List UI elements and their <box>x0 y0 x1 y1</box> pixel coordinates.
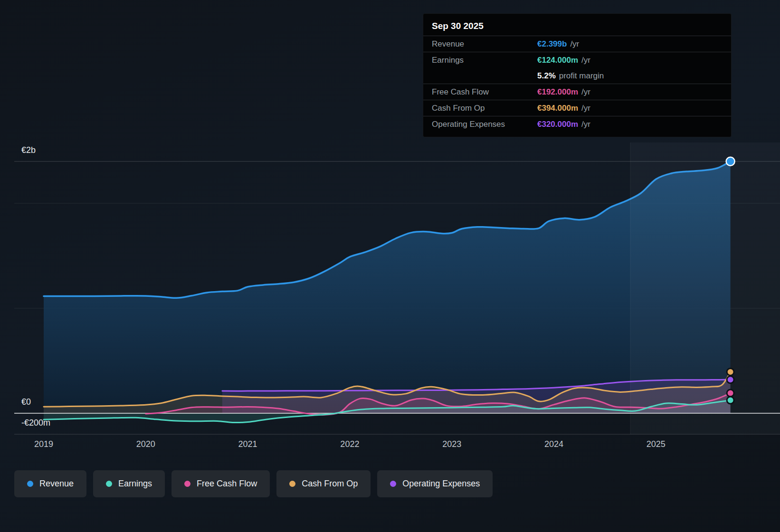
legend-label-operating-expenses: Operating Expenses <box>402 479 480 489</box>
tooltip-row-label: Revenue <box>432 39 537 49</box>
chart-tooltip: Sep 30 2025 Revenue€2.399b/yrEarnings€12… <box>423 13 732 137</box>
tooltip-row-value: €320.000m <box>537 120 578 129</box>
tooltip-row-label: Operating Expenses <box>432 120 537 129</box>
tooltip-row-value: €394.000m <box>537 104 578 113</box>
y-axis-label: €2b <box>21 145 36 155</box>
x-axis-label: 2024 <box>544 439 563 449</box>
x-axis-label: 2022 <box>340 439 359 449</box>
tooltip-date: Sep 30 2025 <box>423 17 731 36</box>
legend-item-operating-expenses[interactable]: Operating Expenses <box>377 470 493 497</box>
tooltip-row-suffix: /yr <box>581 56 590 65</box>
tooltip-row-suffix: /yr <box>581 104 590 113</box>
legend-label-free-cash-flow: Free Cash Flow <box>197 479 257 489</box>
legend-item-cash-from-op[interactable]: Cash From Op <box>276 470 371 497</box>
tooltip-row-value: €2.399b <box>537 39 567 49</box>
tooltip-row: Earnings€124.000m/yr <box>423 52 731 68</box>
y-axis-label: €0 <box>21 397 31 407</box>
x-axis-label: 2020 <box>136 439 155 449</box>
legend-dot-earnings <box>106 481 112 487</box>
series-end-dot-free-cash-flow[interactable] <box>727 390 734 397</box>
tooltip-row-suffix: /yr <box>581 120 590 129</box>
page: Sep 30 2025 Revenue€2.399b/yrEarnings€12… <box>0 0 780 532</box>
chart-legend: RevenueEarningsFree Cash FlowCash From O… <box>14 470 493 497</box>
legend-dot-free-cash-flow <box>184 481 190 487</box>
legend-label-cash-from-op: Cash From Op <box>302 479 358 489</box>
tooltip-row: 5.2%profit margin <box>423 68 731 84</box>
legend-item-free-cash-flow[interactable]: Free Cash Flow <box>171 470 270 497</box>
y-axis-label: -€200m <box>21 418 50 428</box>
chart-plot[interactable] <box>0 142 780 437</box>
series-end-dot-earnings[interactable] <box>727 397 734 404</box>
legend-dot-cash-from-op <box>289 481 295 487</box>
chart-svg[interactable] <box>0 142 780 437</box>
legend-dot-revenue <box>27 481 33 487</box>
series-end-dot-revenue[interactable] <box>726 157 735 166</box>
tooltip-row: Operating Expenses€320.000m/yr <box>423 116 731 132</box>
x-axis-label: 2025 <box>647 439 666 449</box>
tooltip-row-label: Free Cash Flow <box>432 87 537 97</box>
legend-label-earnings: Earnings <box>118 479 152 489</box>
future-highlight <box>630 142 780 434</box>
legend-label-revenue: Revenue <box>39 479 74 489</box>
tooltip-row-label: Earnings <box>432 56 537 65</box>
tooltip-row: Free Cash Flow€192.000m/yr <box>423 84 731 100</box>
x-axis-label: 2019 <box>34 439 53 449</box>
series-end-dot-cash-from-op[interactable] <box>727 368 734 375</box>
series-end-dot-operating-expenses[interactable] <box>727 376 734 383</box>
tooltip-row: Cash From Op€394.000m/yr <box>423 100 731 116</box>
tooltip-rows: Revenue€2.399b/yrEarnings€124.000m/yr5.2… <box>423 36 731 132</box>
tooltip-row-value: €192.000m <box>537 87 578 97</box>
tooltip-row: Revenue€2.399b/yr <box>423 36 731 52</box>
x-axis-label: 2023 <box>442 439 461 449</box>
tooltip-row-suffix: profit margin <box>559 71 604 81</box>
x-axis-label: 2021 <box>238 439 257 449</box>
legend-item-earnings[interactable]: Earnings <box>93 470 165 497</box>
legend-dot-operating-expenses <box>390 481 396 487</box>
tooltip-row-value: €124.000m <box>537 56 578 65</box>
tooltip-row-suffix: /yr <box>570 39 579 49</box>
tooltip-row-value: 5.2% <box>537 71 556 81</box>
tooltip-row-suffix: /yr <box>581 87 590 97</box>
legend-item-revenue[interactable]: Revenue <box>14 470 86 497</box>
series-area-revenue <box>44 162 731 413</box>
tooltip-row-label: Cash From Op <box>432 104 537 113</box>
